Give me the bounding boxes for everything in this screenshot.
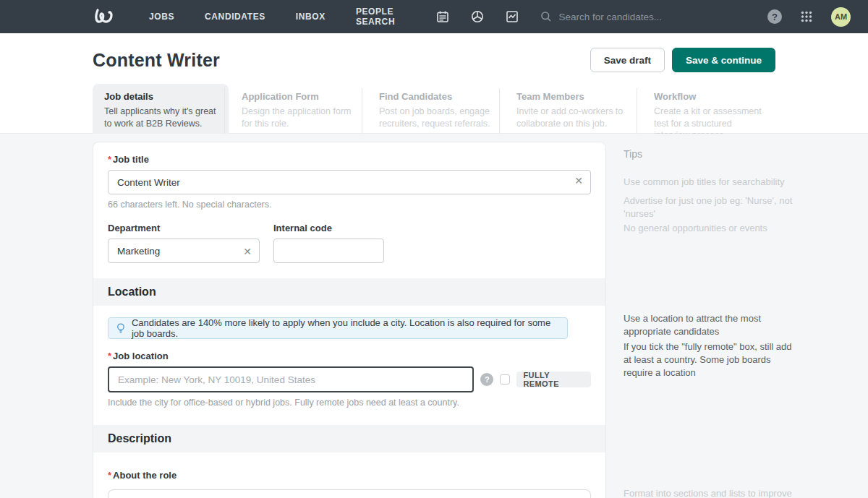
search-placeholder: Search for candidates... — [558, 12, 662, 22]
about-role-label: *About the role — [108, 470, 591, 481]
job-location-label: *Job location — [108, 351, 591, 361]
tip-job-title-3: No general opportunities or events — [624, 222, 796, 235]
reports-pie-icon[interactable] — [471, 10, 484, 23]
job-title-label: *Job title — [108, 154, 591, 165]
search-icon — [540, 11, 552, 22]
department-label: Department — [108, 223, 260, 233]
page-title: Content Writer — [93, 50, 220, 71]
step-title: Job details — [104, 91, 218, 102]
step-title: Find Candidates — [379, 91, 493, 102]
apps-grid-icon[interactable] — [801, 11, 812, 22]
step-title: Team Members — [516, 91, 631, 102]
help-icon[interactable]: ? — [767, 9, 782, 24]
banner-text: Candidates are 140% more likely to apply… — [132, 317, 559, 339]
main-content: *Job title ✕ 66 characters left. No spec… — [0, 134, 868, 498]
job-details-card: *Job title ✕ 66 characters left. No spec… — [93, 142, 606, 498]
navbar-left: JOBS CANDIDATES INBOX PEOPLE SEARCH — [93, 7, 540, 27]
tip-location-2: If you tick the "fully remote" box, stil… — [624, 340, 796, 379]
fully-remote-checkbox[interactable] — [500, 374, 510, 385]
activity-chart-icon[interactable] — [506, 10, 519, 23]
candidate-search-input[interactable]: Search for candidates... — [540, 11, 662, 22]
step-desc: Post on job boards, engage recruiters, r… — [379, 106, 493, 129]
internal-code-input[interactable] — [273, 239, 384, 263]
internal-code-label: Internal code — [273, 223, 384, 233]
fully-remote-label[interactable]: FULLY REMOTE — [516, 372, 591, 387]
clear-job-title-icon[interactable]: ✕ — [574, 176, 583, 186]
workable-logo-icon — [93, 7, 117, 26]
tip-job-title-2: Advertise for just one job eg: 'Nurse', … — [624, 194, 796, 220]
save-continue-button[interactable]: Save & continue — [672, 48, 775, 72]
calendar-icon[interactable] — [436, 10, 449, 23]
nav-inbox[interactable]: INBOX — [296, 12, 326, 22]
top-navbar: JOBS CANDIDATES INBOX PEOPLE SEARCH Sear… — [0, 0, 868, 33]
nav-candidates[interactable]: CANDIDATES — [205, 12, 265, 22]
workable-logo[interactable] — [93, 7, 117, 26]
location-tip-banner: Candidates are 140% more likely to apply… — [108, 317, 568, 339]
description-section-header: Description — [93, 425, 605, 452]
tip-job-title-1: Use common job titles for searchability — [624, 176, 796, 189]
job-location-input[interactable] — [108, 366, 474, 392]
nav-jobs[interactable]: JOBS — [149, 12, 174, 22]
job-title-helper: 66 characters left. No special character… — [108, 199, 591, 210]
department-select[interactable] — [108, 239, 260, 263]
required-marker: * — [108, 154, 111, 165]
page-header: Content Writer Save draft Save & continu… — [0, 33, 868, 134]
location-section-header: Location — [93, 278, 605, 306]
lightbulb-icon — [116, 322, 125, 335]
step-title: Application Form — [242, 91, 356, 102]
step-title: Workflow — [654, 91, 768, 102]
job-location-helper: Include the city for office-based or hyb… — [108, 398, 591, 408]
required-marker: * — [108, 470, 111, 481]
clear-department-icon[interactable]: ✕ — [243, 246, 252, 257]
step-desc: Design the application form for this rol… — [242, 106, 356, 129]
required-marker: * — [108, 351, 111, 361]
location-help-icon[interactable]: ? — [480, 373, 493, 386]
step-desc: Tell applicants why it's great to work a… — [104, 106, 218, 129]
tip-description: Format into sections and lists to improv… — [624, 487, 796, 498]
description-editor[interactable]: Description Import from 700+ templates — [108, 489, 591, 498]
nav-people-search[interactable]: PEOPLE SEARCH — [356, 7, 407, 27]
navbar-right: Search for candidates... ? AM — [540, 7, 851, 27]
step-desc: Invite or add co-workers to collaborate … — [516, 106, 631, 129]
job-title-input[interactable] — [108, 170, 591, 194]
tip-location-1: Use a location to attract the most appro… — [624, 312, 796, 338]
save-draft-button[interactable]: Save draft — [590, 48, 665, 72]
tips-heading: Tips — [624, 147, 796, 161]
avatar[interactable]: AM — [831, 7, 851, 27]
